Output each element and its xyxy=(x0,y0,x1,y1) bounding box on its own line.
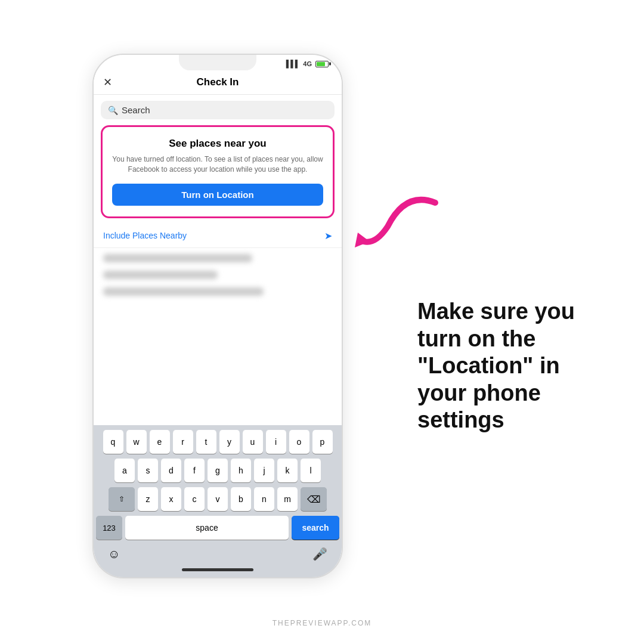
key-k[interactable]: k xyxy=(277,459,298,482)
battery-icon xyxy=(315,61,329,67)
key-u[interactable]: u xyxy=(243,430,263,454)
keyboard: q w e r t y u i o p a s d f g xyxy=(94,425,342,566)
search-bar[interactable]: 🔍 Search xyxy=(101,101,335,119)
key-a[interactable]: a xyxy=(114,459,135,482)
key-d[interactable]: d xyxy=(161,459,181,482)
key-n[interactable]: n xyxy=(254,487,274,511)
mic-key[interactable]: 🎤 xyxy=(312,547,327,561)
key-o[interactable]: o xyxy=(289,430,309,454)
turn-on-location-button[interactable]: Turn on Location xyxy=(112,184,323,206)
instruction-text: Make sure you turn on the "Location" in … xyxy=(417,298,608,434)
key-y[interactable]: y xyxy=(219,430,240,454)
phone-notch xyxy=(179,55,256,70)
location-card: See places near you You have turned off … xyxy=(101,125,335,218)
navigation-icon: ➤ xyxy=(324,230,332,242)
key-e[interactable]: e xyxy=(150,430,170,454)
key-i[interactable]: i xyxy=(266,430,286,454)
close-button[interactable]: ✕ xyxy=(103,76,112,89)
phone-shell: ▌▌▌ 4G ✕ Check In 🔍 Search See places ne… xyxy=(92,54,343,578)
delete-key[interactable]: ⌫ xyxy=(301,487,327,511)
emoji-key[interactable]: ☺ xyxy=(108,547,120,561)
key-l[interactable]: l xyxy=(301,459,321,482)
keyboard-bottom-row: ☺ 🎤 xyxy=(96,544,339,566)
screen-content: ✕ Check In 🔍 Search See places near you … xyxy=(94,70,342,566)
arrow-graphic xyxy=(352,185,447,256)
location-card-description: You have turned off location. To see a l… xyxy=(112,154,323,175)
key-r[interactable]: r xyxy=(173,430,193,454)
include-places-row[interactable]: Include Places Nearby ➤ xyxy=(94,225,342,248)
key-w[interactable]: w xyxy=(126,430,147,454)
numbers-key[interactable]: 123 xyxy=(96,516,122,540)
location-card-title: See places near you xyxy=(112,138,323,150)
key-h[interactable]: h xyxy=(231,459,251,482)
blurred-places-list xyxy=(94,248,342,310)
key-s[interactable]: s xyxy=(138,459,158,482)
blurred-item xyxy=(103,254,252,262)
footer-label: THEPREVIEWAPP.COM xyxy=(273,619,372,627)
blurred-item xyxy=(103,271,218,279)
phone-mockup: ▌▌▌ 4G ✕ Check In 🔍 Search See places ne… xyxy=(92,54,343,578)
nav-bar: ✕ Check In xyxy=(94,70,342,95)
keyboard-row-1: q w e r t y u i o p xyxy=(96,430,339,454)
space-key[interactable]: space xyxy=(125,516,289,540)
blurred-item xyxy=(103,287,264,296)
page-title: Check In xyxy=(197,76,239,88)
search-icon: 🔍 xyxy=(108,106,118,115)
svg-marker-0 xyxy=(355,233,370,247)
keyboard-row-3: ⇧ z x c v b n m ⌫ xyxy=(96,487,339,511)
key-t[interactable]: t xyxy=(196,430,216,454)
signal-icon: ▌▌▌ xyxy=(286,60,300,68)
keyboard-row-2: a s d f g h j k l xyxy=(96,459,339,482)
key-x[interactable]: x xyxy=(161,487,181,511)
key-b[interactable]: b xyxy=(231,487,251,511)
key-m[interactable]: m xyxy=(277,487,298,511)
keyboard-row-4: 123 space search xyxy=(96,516,339,540)
key-z[interactable]: z xyxy=(138,487,158,511)
search-key[interactable]: search xyxy=(292,516,339,540)
key-f[interactable]: f xyxy=(184,459,205,482)
key-v[interactable]: v xyxy=(208,487,228,511)
key-g[interactable]: g xyxy=(208,459,228,482)
shift-key[interactable]: ⇧ xyxy=(109,487,135,511)
key-c[interactable]: c xyxy=(184,487,205,511)
key-j[interactable]: j xyxy=(254,459,274,482)
include-places-label: Include Places Nearby xyxy=(103,231,187,240)
network-badge: 4G xyxy=(303,60,312,67)
key-q[interactable]: q xyxy=(103,430,123,454)
search-input[interactable]: Search xyxy=(122,105,150,115)
key-p[interactable]: p xyxy=(312,430,333,454)
